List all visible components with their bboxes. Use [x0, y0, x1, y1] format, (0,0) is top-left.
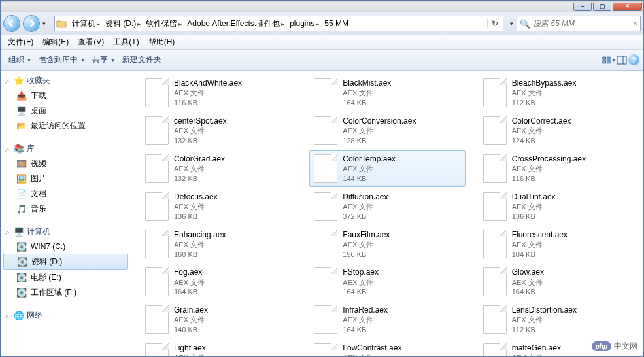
navbar: ▾ 计算机▸ 资料 (D:)▸ 软件保留▸ Adobe.After.Effect… [1, 12, 643, 35]
file-item[interactable]: Fog.aexAEX 文件164 KB [141, 264, 296, 300]
file-icon [483, 78, 507, 107]
drive-icon: 💽 [16, 241, 27, 252]
include-button[interactable]: 包含到库中▾ [35, 54, 88, 65]
menu-file[interactable]: 文件(F) [3, 35, 38, 49]
library-icon: 📚 [14, 144, 24, 154]
drive-c[interactable]: 💽WIN7 (C:) [1, 239, 131, 254]
file-name: Fluorescent.aex [512, 230, 568, 240]
file-type: AEX 文件 [343, 240, 390, 250]
clear-search-icon[interactable]: × [630, 19, 637, 28]
drive-e[interactable]: 💽电影 (E:) [1, 270, 131, 285]
file-size: 168 KB [174, 250, 226, 260]
file-item[interactable]: Glow.aexAEX 文件164 KB [479, 264, 634, 300]
favorites-group[interactable]: ▷⭐收藏夹 [1, 73, 131, 88]
computer-group[interactable]: ▷🖥️计算机 [1, 224, 131, 239]
back-button[interactable] [3, 15, 20, 32]
file-name: BlackMist.aex [343, 78, 391, 88]
file-item[interactable]: Light.aexAEX 文件368 KB [141, 339, 296, 356]
lib-docs[interactable]: 📄文档 [1, 186, 131, 201]
help-button[interactable]: ? [628, 54, 639, 65]
search-input[interactable] [533, 19, 630, 28]
menu-help[interactable]: 帮助(H) [144, 35, 180, 49]
lib-music[interactable]: 🎵音乐 [1, 201, 131, 216]
back-arrow-icon [8, 20, 16, 27]
file-icon [145, 78, 169, 107]
sidebar: ▷⭐收藏夹 📥下载 🖥️桌面 📂最近访问的位置 ▷📚库 🎞️视频 🖼️图片 📄文… [1, 71, 131, 356]
close-button[interactable]: ✕ [613, 1, 642, 11]
network-group[interactable]: ▷🌐网络 [1, 308, 131, 323]
file-item[interactable]: Diffusion.aexAEX 文件372 KB [309, 188, 465, 225]
preview-pane-button[interactable] [615, 54, 628, 67]
file-item[interactable]: ColorConversion.aexAEX 文件128 KB [309, 112, 465, 149]
file-name: DualTint.aex [512, 192, 556, 202]
file-item[interactable]: centerSpot.aexAEX 文件132 KB [141, 112, 296, 149]
file-item[interactable]: CrossProcessing.aexAEX 文件116 KB [479, 150, 634, 187]
file-item[interactable]: Fluorescent.aexAEX 文件104 KB [479, 226, 634, 263]
file-name: CrossProcessing.aex [512, 154, 586, 164]
organize-button[interactable]: 组织▾ [5, 54, 35, 65]
address-bar[interactable]: 计算机▸ 资料 (D:)▸ 软件保留▸ Adobe.After.Effects.… [54, 16, 503, 31]
file-type: AEX 文件 [343, 315, 388, 325]
library-group[interactable]: ▷📚库 [1, 141, 131, 156]
fav-desktop[interactable]: 🖥️桌面 [1, 103, 131, 118]
file-icon [145, 230, 169, 258]
file-size: 112 KB [512, 98, 577, 108]
computer-icon: 🖥️ [14, 227, 24, 237]
minimize-button[interactable]: – [573, 1, 592, 11]
menu-view[interactable]: 查看(V) [73, 35, 109, 49]
file-item[interactable]: BleachBypass.aexAEX 文件112 KB [479, 75, 634, 111]
file-icon [145, 116, 169, 145]
file-item[interactable]: BlackAndWhite.aexAEX 文件116 KB [141, 75, 296, 111]
file-item[interactable]: BlackMist.aexAEX 文件164 KB [309, 75, 465, 111]
menu-tools[interactable]: 工具(T) [109, 35, 143, 49]
download-icon: 📥 [16, 91, 27, 101]
file-item[interactable]: InfraRed.aexAEX 文件164 KB [309, 301, 465, 338]
titlebar[interactable]: – ▢ ✕ [1, 1, 643, 12]
file-item[interactable]: LowContrast.aexAEX 文件148 KB [309, 339, 465, 356]
file-icon [483, 267, 507, 296]
file-type: AEX 文件 [174, 202, 218, 212]
menu-edit[interactable]: 编辑(E) [38, 35, 73, 49]
file-item[interactable]: FauxFilm.aexAEX 文件196 KB [309, 226, 465, 263]
lib-video[interactable]: 🎞️视频 [1, 156, 131, 171]
file-name: matteGen.aex [512, 343, 561, 353]
toolbar: 组织▾ 包含到库中▾ 共享▾ 新建文件夹 ▾ ? [1, 50, 643, 71]
file-item[interactable]: ColorTemp.aexAEX 文件144 KB [309, 150, 465, 187]
search-box[interactable]: 🔍 × [517, 16, 641, 31]
file-item[interactable]: ColorCorrect.aexAEX 文件124 KB [479, 112, 634, 149]
refresh-button[interactable]: ↻ [487, 19, 501, 28]
history-dropdown[interactable]: ▾ [42, 20, 52, 27]
file-item[interactable]: Grain.aexAEX 文件140 KB [141, 301, 296, 338]
svg-rect-0 [603, 57, 606, 60]
file-item[interactable]: Enhancing.aexAEX 文件168 KB [141, 226, 296, 263]
forward-button[interactable] [23, 15, 40, 32]
file-icon [314, 154, 337, 183]
file-type: AEX 文件 [512, 353, 561, 356]
file-name: Glow.aex [512, 267, 544, 277]
drive-d[interactable]: 💽资料 (D:) [3, 254, 128, 270]
share-button[interactable]: 共享▾ [88, 54, 118, 65]
maximize-button[interactable]: ▢ [593, 1, 611, 11]
drive-f[interactable]: 💽工作区域 (F:) [1, 285, 131, 300]
fav-downloads[interactable]: 📥下载 [1, 88, 131, 103]
file-item[interactable]: FStop.aexAEX 文件164 KB [309, 264, 465, 300]
file-item[interactable]: Defocus.aexAEX 文件136 KB [141, 188, 296, 225]
new-folder-button[interactable]: 新建文件夹 [118, 54, 165, 65]
file-type: AEX 文件 [343, 164, 396, 174]
breadcrumb[interactable]: 计算机▸ 资料 (D:)▸ 软件保留▸ Adobe.After.Effects.… [69, 16, 350, 31]
fav-recent[interactable]: 📂最近访问的位置 [1, 118, 131, 133]
crumb-software: 软件保留▸ [143, 16, 184, 31]
view-mode-button[interactable]: ▾ [602, 54, 615, 67]
address-history-dropdown[interactable]: ▾ [506, 16, 517, 31]
file-item[interactable]: DualTint.aexAEX 文件136 KB [479, 188, 634, 225]
file-pane[interactable]: BlackAndWhite.aexAEX 文件116 KBBlackMist.a… [131, 71, 643, 356]
file-type: AEX 文件 [512, 164, 586, 174]
forward-arrow-icon [27, 20, 35, 27]
file-size: 124 KB [512, 136, 571, 146]
file-size: 136 KB [174, 212, 218, 222]
file-item[interactable]: ColorGrad.aexAEX 文件132 KB [141, 150, 296, 187]
lib-pics[interactable]: 🖼️图片 [1, 171, 131, 186]
file-name: centerSpot.aex [174, 116, 227, 126]
file-icon [145, 154, 169, 183]
file-item[interactable]: LensDistortion.aexAEX 文件112 KB [479, 301, 634, 338]
